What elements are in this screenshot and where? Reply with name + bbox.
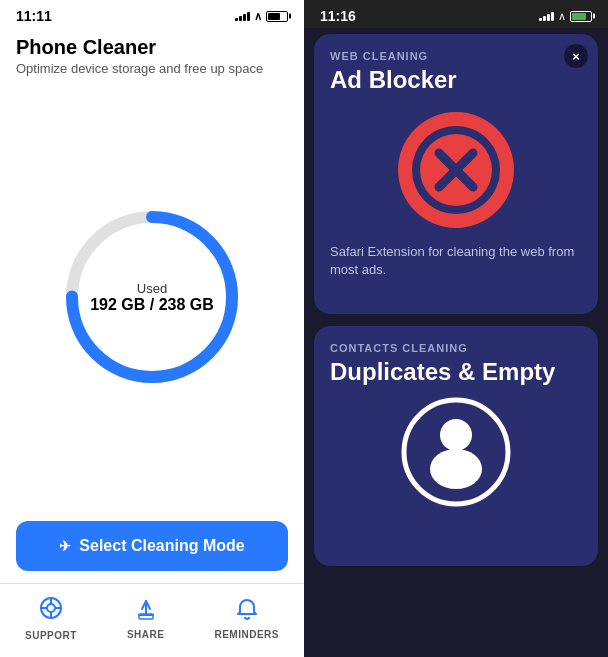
cleaning-icon: ✈ <box>59 538 71 554</box>
app-header: Phone Cleaner Optimize device storage an… <box>0 28 304 80</box>
bottom-nav: SUPPORT SHARE REMINDERS <box>0 583 304 657</box>
support-label: SUPPORT <box>25 630 77 641</box>
reminders-icon <box>235 597 259 625</box>
battery-icon <box>266 11 288 22</box>
nav-share[interactable]: SHARE <box>127 597 165 640</box>
contacts-icon <box>330 397 582 507</box>
circle-text: Used 192 GB / 238 GB <box>90 280 214 313</box>
storage-value: 192 GB / 238 GB <box>90 295 214 313</box>
right-panel: 11:16 ∧ × WEB CLEANING Ad Blocker <box>304 0 608 657</box>
nav-support[interactable]: SUPPORT <box>25 596 77 641</box>
close-button[interactable]: × <box>564 44 588 68</box>
ad-blocker-svg <box>391 105 521 235</box>
web-card-category: WEB CLEANING <box>330 50 582 62</box>
select-btn-label: Select Cleaning Mode <box>79 537 244 555</box>
web-card-description: Safari Extension for cleaning the web fr… <box>330 243 582 279</box>
reminders-label: REMINDERS <box>214 629 279 640</box>
svg-rect-7 <box>139 614 153 619</box>
svg-point-15 <box>430 449 482 489</box>
contacts-cleaning-card: CONTACTS CLEANING Duplicates & Empty <box>314 326 598 566</box>
right-status-bar: 11:16 ∧ <box>304 0 608 28</box>
status-time: 11:11 <box>16 8 52 24</box>
contacts-card-category: CONTACTS CLEANING <box>330 342 582 354</box>
right-status-icons: ∧ <box>539 10 592 23</box>
web-cleaning-card: × WEB CLEANING Ad Blocker Safari Extensi… <box>314 34 598 314</box>
storage-circle-container: Used 192 GB / 238 GB <box>0 90 304 503</box>
used-label: Used <box>90 280 214 295</box>
left-panel: 11:11 ∧ Phone Cleaner Optimize device st… <box>0 0 304 657</box>
wifi-icon: ∧ <box>254 10 262 23</box>
nav-reminders[interactable]: REMINDERS <box>214 597 279 640</box>
signal-icon <box>235 11 250 21</box>
svg-point-1 <box>47 604 55 612</box>
right-battery-icon <box>570 11 592 22</box>
support-icon <box>39 596 63 626</box>
share-label: SHARE <box>127 629 165 640</box>
share-icon <box>134 597 158 625</box>
select-cleaning-mode-button[interactable]: ✈ Select Cleaning Mode <box>16 521 288 571</box>
storage-chart: Used 192 GB / 238 GB <box>62 207 242 387</box>
ad-blocker-icon <box>330 105 582 235</box>
svg-point-14 <box>440 419 472 451</box>
status-icons: ∧ <box>235 10 288 23</box>
app-subtitle: Optimize device storage and free up spac… <box>16 61 288 76</box>
right-wifi-icon: ∧ <box>558 10 566 23</box>
web-card-title: Ad Blocker <box>330 66 582 95</box>
contacts-card-title: Duplicates & Empty <box>330 358 582 387</box>
status-bar: 11:11 ∧ <box>0 0 304 28</box>
person-svg <box>396 397 516 507</box>
right-signal-icon <box>539 11 554 21</box>
app-title: Phone Cleaner <box>16 36 288 59</box>
right-status-time: 11:16 <box>320 8 356 24</box>
